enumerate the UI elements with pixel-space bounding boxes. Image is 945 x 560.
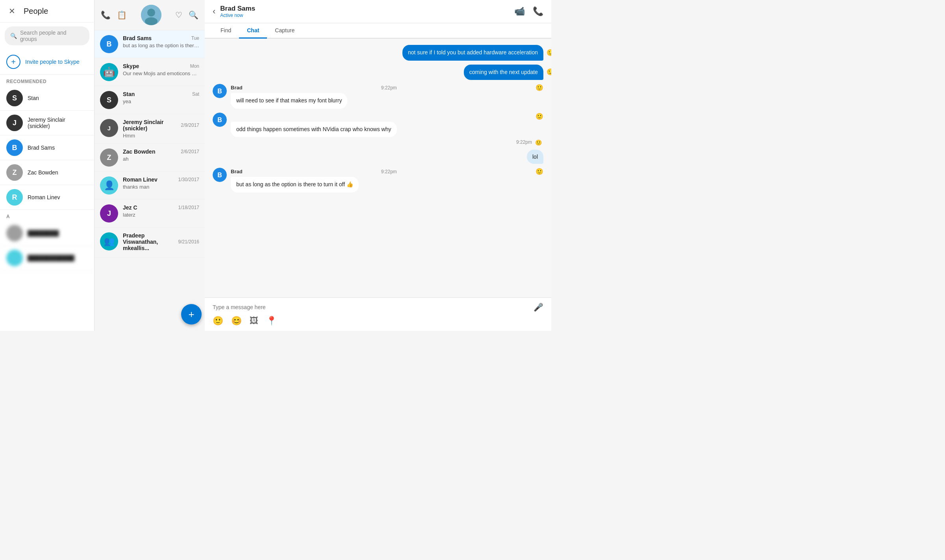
messages-area: not sure if I told you but added hardwar… — [205, 39, 551, 297]
search-icon-middle[interactable]: 🔍 — [189, 10, 198, 20]
contact-name-zac: Zac Bowden — [28, 169, 58, 176]
chat-time-jeremy: 2/9/2017 — [181, 122, 199, 128]
recv-avatar-1: B — [213, 84, 227, 98]
contact-item-roman[interactable]: R Roman Linev — [0, 185, 94, 210]
contact-name-brad: Brad Sams — [28, 145, 55, 151]
chat-item-pradeep[interactable]: 👥 Pradeep Viswanathan, mkeallis... 9/21/… — [94, 228, 205, 258]
contact-item-zac[interactable]: Z Zac Bowden — [0, 160, 94, 185]
chat-time-roman: 1/30/2017 — [178, 177, 199, 182]
contact-name-roman: Roman Linev — [28, 194, 60, 200]
chat-preview-stan: yea — [123, 98, 199, 104]
chat-item-brad[interactable]: B Brad Sams Tue but as long as the optio… — [94, 30, 205, 58]
mic-icon[interactable]: 🎤 — [534, 302, 543, 312]
recv-avatar-3: B — [213, 168, 227, 182]
svg-text:B: B — [217, 172, 222, 178]
recv-emoji-2[interactable]: 🙂 — [536, 113, 543, 120]
tab-find[interactable]: Find — [213, 23, 239, 39]
chat-icon[interactable]: 📋 — [117, 10, 127, 20]
chat-avatar-jezc: J — [100, 204, 118, 223]
message-input[interactable] — [213, 304, 534, 310]
search-bar[interactable]: 🔍 Search people and groups — [5, 26, 89, 45]
chat-item-skype[interactable]: 🤖 Skype Mon Our new Mojis and emoticons … — [94, 58, 205, 86]
self-time-row: 9:22pm 🙂 — [213, 139, 543, 146]
recv-bubble-3: but as long as the option is there to tu… — [231, 177, 359, 193]
tab-capture[interactable]: Capture — [267, 23, 302, 39]
message-received-1: B Brad 9:22pm 🙂 will need to see if that… — [213, 84, 543, 109]
invite-label: Invite people to Skype — [25, 59, 80, 65]
self-time-text: 9:22pm — [516, 139, 532, 146]
chat-name-zac: Zac Bowden — [123, 148, 155, 155]
chat-info-zac: Zac Bowden 2/6/2017 ah — [123, 148, 199, 162]
search-input-placeholder: Search people and groups — [20, 30, 84, 42]
moji-toolbar-icon[interactable]: 😊 — [231, 316, 242, 326]
emoji-react-2[interactable]: 🙂 — [547, 68, 551, 76]
search-icon: 🔍 — [10, 33, 17, 39]
recv-sender-3: Brad — [231, 169, 243, 174]
contact-item-jeremy[interactable]: J Jeremy Sinclair (snickler) — [0, 111, 94, 135]
add-icon: + — [6, 55, 20, 69]
left-header: ✕ People — [0, 0, 94, 22]
middle-header: 📞 📋 ♡ 🔍 — [94, 0, 205, 30]
recv-emoji-1[interactable]: 🙂 — [536, 84, 543, 91]
input-row: 🎤 — [213, 302, 543, 312]
right-header: ‹ Brad Sams Active now 📹 📞 — [205, 0, 551, 23]
svg-point-1 — [147, 9, 155, 17]
chat-time-pradeep: 9/21/2016 — [178, 239, 199, 245]
sent-text-2: coming with the next update — [469, 69, 538, 75]
chat-tabs: Find Chat Capture — [205, 23, 551, 39]
chat-item-roman[interactable]: 👤 Roman Linev 1/30/2017 thanks man — [94, 172, 205, 200]
heart-icon[interactable]: ♡ — [175, 10, 182, 20]
contact-name-stan: Stan — [28, 95, 39, 101]
middle-panel: 📞 📋 ♡ 🔍 B Brad Sams — [94, 0, 205, 331]
contact-info: Brad Sams Active now — [220, 5, 514, 18]
phone-call-icon[interactable]: 📞 — [533, 6, 543, 17]
chat-item-jezc[interactable]: J Jez C 1/18/2017 laterz — [94, 200, 205, 228]
fab-add-button[interactable]: + — [181, 304, 202, 325]
recv-bubble-1: will need to see if that makes my font b… — [231, 93, 347, 109]
chat-time-stan: Sat — [192, 91, 199, 97]
chat-info-jezc: Jez C 1/18/2017 laterz — [123, 204, 199, 218]
chat-item-zac[interactable]: Z Zac Bowden 2/6/2017 ah — [94, 144, 205, 172]
chat-time-skype: Mon — [190, 63, 199, 69]
image-toolbar-icon[interactable]: 🖼 — [250, 316, 258, 326]
emoji-react-1[interactable]: 🙂 — [547, 48, 551, 57]
chat-preview-roman: thanks man — [123, 184, 199, 190]
recv-emoji-3[interactable]: 🙂 — [536, 168, 543, 175]
chat-name-jezc: Jez C — [123, 204, 137, 211]
contact-item-blurred-1: ████████ — [0, 221, 94, 246]
invite-button[interactable]: + Invite people to Skype — [0, 49, 94, 75]
close-button[interactable]: ✕ — [6, 6, 17, 17]
back-button[interactable]: ‹ — [213, 6, 215, 17]
self-msg-row: lol — [213, 150, 543, 164]
avatar-stan: S — [6, 90, 23, 106]
chat-name-pradeep: Pradeep Viswanathan, mkeallis... — [123, 232, 178, 251]
user-avatar-center[interactable] — [141, 5, 161, 25]
tab-chat[interactable]: Chat — [239, 23, 267, 39]
message-input-area: 🎤 🙂 😊 🖼 📍 — [205, 297, 551, 331]
message-received-3: B Brad 9:22pm 🙂 but as long as the optio… — [213, 168, 543, 193]
chat-avatar-jeremy: J — [100, 119, 118, 137]
recv-time-3: 9:22pm — [381, 169, 397, 174]
dialpad-icon[interactable]: 📞 — [101, 10, 111, 20]
self-emoji-btn[interactable]: 🙂 — [535, 139, 542, 146]
chat-avatar-skype: 🤖 — [100, 63, 118, 81]
chat-name-jeremy: Jeremy Sinclair (snickler) — [123, 119, 181, 132]
contact-item-blurred-2: ████████████ — [0, 246, 94, 271]
recv-time-1: 9:22pm — [381, 85, 397, 91]
recv-sender-1: Brad — [231, 85, 243, 91]
location-toolbar-icon[interactable]: 📍 — [266, 316, 277, 326]
chat-preview-skype: Our new Mojis and emoticons are here ... — [123, 70, 199, 76]
avatar-brad: B — [6, 139, 23, 156]
chat-name-brad: Brad Sams — [123, 35, 152, 41]
chat-info-brad: Brad Sams Tue but as long as the option … — [123, 35, 199, 48]
input-toolbar: 🙂 😊 🖼 📍 — [213, 312, 543, 326]
user-avatar-image — [141, 5, 161, 25]
contact-item-stan[interactable]: S Stan — [0, 86, 94, 111]
video-call-icon[interactable]: 📹 — [514, 6, 525, 17]
chat-item-stan[interactable]: S Stan Sat yea — [94, 86, 205, 114]
contact-item-brad[interactable]: B Brad Sams — [0, 135, 94, 160]
chat-item-jeremy[interactable]: J Jeremy Sinclair (snickler) 2/9/2017 Hm… — [94, 114, 205, 144]
avatar-blurred-2 — [6, 250, 23, 266]
emoji-toolbar-icon[interactable]: 🙂 — [213, 316, 223, 326]
avatar-jeremy: J — [6, 115, 23, 131]
